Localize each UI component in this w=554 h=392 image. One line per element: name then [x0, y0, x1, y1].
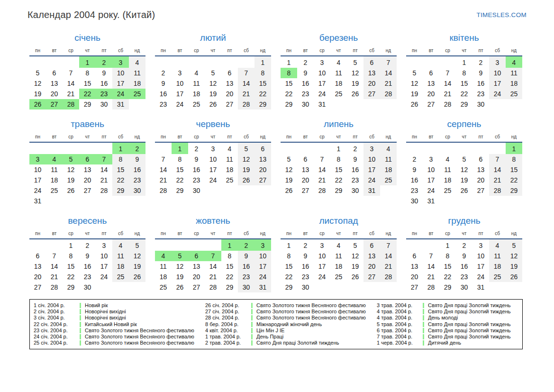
weekday-header: ср — [63, 229, 79, 239]
legend-label: День Праці — [256, 334, 283, 340]
day-cell: 12 — [205, 78, 221, 89]
day-cell: 17 — [363, 164, 380, 175]
legend-label: Міжнародний жіночий день — [256, 321, 322, 328]
day-cell: 17 — [314, 261, 330, 272]
day-cell: 5 — [238, 142, 254, 154]
weekday-header: пт — [347, 229, 363, 239]
empty-cell — [297, 142, 314, 154]
month-11: листопадпнвтсрчтптсбнд123456789101112131… — [281, 216, 397, 292]
day-cell: 18 — [112, 261, 129, 272]
day-cell: 13 — [188, 261, 205, 272]
calendar-page: Календар 2004 року. (Китай) TIMESLES.COM… — [0, 0, 554, 349]
legend-item: 5 трав. 2004 р.Свято Дня праці Золотий т… — [377, 321, 518, 328]
weekday-header: нд — [254, 133, 271, 142]
holiday-marker-icon — [423, 309, 424, 314]
empty-cell — [172, 239, 188, 251]
day-cell: 18 — [330, 261, 347, 272]
empty-cell — [63, 142, 79, 154]
day-cell: 21 — [489, 175, 506, 185]
day-cell: 23 — [155, 99, 172, 109]
legend-date: 1 черв. 2004 р. — [377, 340, 423, 346]
brand-link[interactable]: TIMESLES.COM — [476, 7, 527, 18]
day-cell: 4 — [188, 68, 205, 78]
day-cell: 6 — [363, 56, 380, 68]
day-cell: 24 — [314, 272, 330, 282]
day-cell: 25 — [330, 89, 347, 99]
day-cell: 23 — [129, 175, 145, 185]
day-cell: 28 — [63, 99, 79, 109]
day-cell: 5 — [172, 251, 188, 261]
day-cell: 31 — [363, 185, 380, 196]
day-cell: 2 — [188, 142, 205, 154]
day-cell: 17 — [472, 261, 489, 272]
day-cell: 25 — [380, 175, 397, 185]
day-cell: 10 — [254, 251, 271, 261]
day-cell: 11 — [506, 68, 522, 78]
day-cell: 21 — [63, 89, 79, 99]
empty-cell — [406, 56, 423, 68]
month-table: пнвтсрчтптсбнд12345678910111213141516171… — [29, 229, 145, 292]
day-cell: 18 — [155, 272, 172, 282]
day-cell: 29 — [456, 99, 472, 109]
empty-cell — [506, 99, 522, 109]
day-cell: 12 — [29, 78, 46, 89]
day-cell: 1 — [63, 239, 79, 251]
weekday-header: чт — [79, 229, 96, 239]
weekday-header: пт — [472, 46, 489, 56]
weekday-header: пт — [472, 229, 489, 239]
weekday-header: пн — [281, 229, 297, 239]
legend-item: 8 бер. 2004 р.Міжнародний жіночий день — [205, 321, 377, 328]
weekday-header: вт — [46, 46, 63, 56]
day-cell: 26 — [172, 282, 188, 292]
empty-cell — [155, 56, 172, 68]
day-cell: 16 — [406, 175, 423, 185]
weekday-header: пн — [406, 229, 423, 239]
day-cell: 8 — [456, 68, 472, 78]
legend-date: 24 січ. 2004 р. — [34, 334, 80, 340]
day-cell: 20 — [29, 272, 46, 282]
day-cell: 28 — [238, 99, 254, 109]
day-cell: 25 — [46, 185, 63, 196]
legend-label: Цін Мін J ІЕ — [256, 328, 284, 334]
day-cell: 15 — [281, 78, 297, 89]
empty-cell — [46, 196, 63, 206]
legend-label: Свято Золотого тижня Весняного фестивалю — [256, 302, 366, 309]
month-title: серпень — [406, 119, 522, 129]
weekday-header: нд — [380, 229, 397, 239]
weekday-header: сб — [363, 133, 380, 142]
weekday-header: пн — [406, 133, 423, 142]
day-cell: 27 — [188, 282, 205, 292]
month-9: вересеньпнвтсрчтптсбнд123456789101112131… — [29, 216, 145, 292]
day-cell: 14 — [63, 78, 79, 89]
weekday-header: нд — [254, 46, 271, 56]
day-cell: 26 — [406, 99, 423, 109]
legend-label: Новий рік — [85, 302, 108, 309]
day-cell: 9 — [406, 164, 423, 175]
day-cell: 28 — [314, 185, 330, 196]
day-cell: 30 — [297, 99, 314, 109]
legend-label: Китайський Новий рік — [85, 321, 137, 328]
legend-date: 27 січ. 2004 р. — [205, 309, 251, 315]
day-cell: 21 — [238, 89, 254, 99]
empty-cell — [472, 196, 489, 206]
day-cell: 9 — [297, 68, 314, 78]
day-cell: 26 — [456, 185, 472, 196]
day-cell: 29 — [172, 185, 188, 196]
weekday-header: пт — [347, 46, 363, 56]
day-cell: 30 — [129, 185, 145, 196]
day-cell: 21 — [205, 272, 221, 282]
day-cell: 11 — [155, 261, 172, 272]
day-cell: 10 — [205, 154, 221, 164]
holiday-marker-icon — [80, 328, 81, 333]
day-cell: 19 — [205, 89, 221, 99]
empty-cell — [330, 282, 347, 292]
day-cell: 14 — [380, 68, 397, 78]
weekday-header: пт — [221, 46, 238, 56]
month-10: жовтеньпнвтсрчтптсбнд1234567891011121314… — [155, 216, 271, 292]
day-cell: 11 — [188, 78, 205, 89]
holiday-marker-icon — [251, 328, 253, 333]
weekday-header: вт — [172, 46, 188, 56]
holiday-marker-icon — [80, 334, 81, 339]
day-cell: 3 — [314, 56, 330, 68]
day-cell: 6 — [188, 251, 205, 261]
